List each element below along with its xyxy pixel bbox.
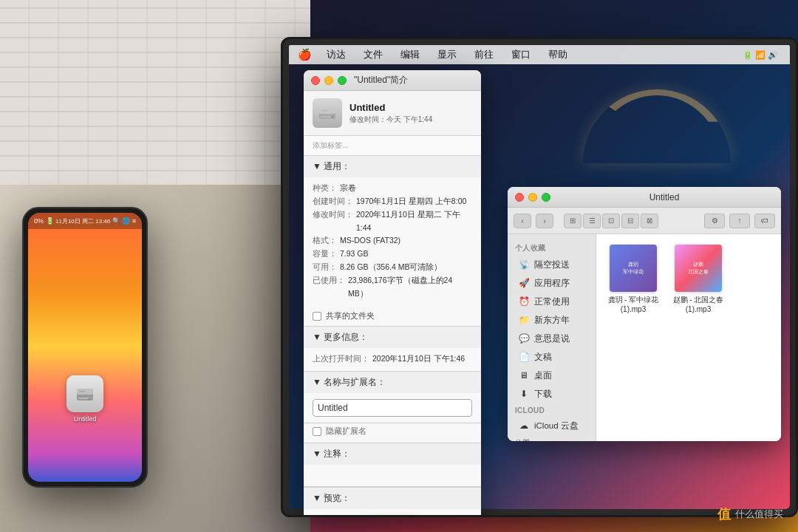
info-header-text: Untitled 修改时间：今天 下午1:44	[349, 102, 472, 125]
more-info-section: ▼ 更多信息： 上次打开时间： 2020年11月10日 下午1:46	[304, 327, 481, 372]
menubar: 🍎 访达 文件 编辑 显示 前往 窗口 帮助 🔋 📶 🔊	[289, 45, 790, 64]
sidebar-item-recents[interactable]: ⏰ 正常使用	[511, 293, 593, 310]
sidebar-label-downloads: 下载	[534, 389, 552, 400]
menu-go[interactable]: 前往	[471, 47, 497, 63]
sidebar-location-label: 位置	[508, 435, 596, 441]
info-window: "Untitled"简介 Untitled 修改时间：今天 下午1:44 添加标…	[304, 70, 481, 517]
svg-point-3	[89, 398, 91, 400]
svg-rect-9	[321, 110, 327, 112]
sidebar-item-documents[interactable]: 📄 文稿	[511, 348, 593, 366]
finder-icon-view[interactable]: ⊞	[564, 214, 582, 228]
sidebar-label-meaning: 意思是说	[534, 333, 570, 344]
finder-view-buttons: ⊞ ☰ ⊡ ⊟ ⊠	[564, 214, 658, 228]
comment-content[interactable]	[304, 465, 481, 487]
icloud-icon: ☁	[518, 420, 530, 432]
sidebar-item-meaning[interactable]: 💬 意思是说	[511, 330, 593, 347]
preview-section-label: ▼ 预览：	[313, 492, 350, 505]
sidebar-item-downloads[interactable]: ⬇ 下载	[511, 385, 593, 403]
general-section-header[interactable]: ▼ 通用：	[304, 156, 481, 177]
meaning-icon: 💬	[518, 332, 530, 344]
sidebar-item-neworiental[interactable]: 📁 新东方年	[511, 311, 593, 329]
sidebar-item-airdrop[interactable]: 📡 隔空投送	[511, 256, 593, 273]
finder-titlebar: Untitled	[508, 187, 781, 208]
finder-body: 个人收藏 📡 隔空投送 🚀 应用程序 ⏰ 正常使用 📁 新东方年	[508, 234, 781, 441]
maximize-button[interactable]	[338, 76, 347, 85]
info-header: Untitled 修改时间：今天 下午1:44	[304, 91, 481, 136]
file-item-2[interactable]: 赵鹏北国之春 赵鹏 - 北国之春 (1).mp3	[669, 242, 728, 317]
value-available: 8.26 GB（356.4 MB可清除）	[340, 261, 442, 274]
shared-folder-checkbox[interactable]	[313, 312, 321, 321]
file-label-1: 龚玥 - 军中绿花 (1).mp3	[607, 295, 660, 314]
menu-file[interactable]: 文件	[361, 47, 386, 63]
watermark-logo: 值	[717, 505, 731, 523]
sidebar-label-icloud: iCloud 云盘	[534, 420, 579, 432]
info-row-capacity: 容量： 7.93 GB	[313, 248, 472, 261]
airdrop-icon: 📡	[518, 259, 530, 270]
file-item-1[interactable]: 龚玥军中绿花 龚玥 - 军中绿花 (1).mp3	[604, 242, 663, 317]
preview-content	[304, 509, 481, 517]
sidebar-item-apps[interactable]: 🚀 应用程序	[511, 274, 593, 292]
comment-section: ▼ 注释：	[304, 443, 481, 488]
info-row-last-opened: 上次打开时间： 2020年11月10日 下午1:46	[313, 352, 472, 366]
watermark-text: 什么值得买	[735, 508, 783, 521]
finder-forward-button[interactable]: ›	[536, 214, 553, 228]
sidebar-favorites-label: 个人收藏	[508, 240, 596, 255]
value-used: 23,986,176字节（磁盘上的24 MB）	[348, 274, 472, 301]
macbook-display: 🍎 访达 文件 编辑 显示 前往 窗口 帮助 🔋 📶 🔊 "Untitled"简…	[281, 37, 798, 517]
finder-back-button[interactable]: ‹	[514, 214, 531, 228]
info-modified-time: 修改时间：今天 下午1:44	[349, 115, 472, 125]
comment-section-header[interactable]: ▼ 注释：	[304, 443, 481, 465]
sidebar-item-icloud[interactable]: ☁ iCloud 云盘	[511, 417, 593, 434]
finder-window-title: Untitled	[649, 192, 680, 202]
finder-column-view[interactable]: ⊡	[602, 214, 620, 228]
watermark: 值 什么值得买	[717, 505, 783, 523]
value-last-opened: 2020年11月10日 下午1:46	[372, 352, 465, 366]
hdd-icon-svg	[74, 383, 96, 405]
album-art-2: 赵鹏北国之春	[675, 245, 722, 292]
value-capacity: 7.93 GB	[340, 248, 369, 261]
filename-input[interactable]	[313, 399, 472, 417]
menu-edit[interactable]: 编辑	[398, 47, 423, 63]
menu-help[interactable]: 帮助	[545, 47, 570, 63]
svg-rect-4	[79, 391, 85, 392]
info-titlebar: "Untitled"简介	[304, 70, 481, 91]
finder-share-button[interactable]: ↑	[729, 214, 750, 228]
name-section-header[interactable]: ▼ 名称与扩展名：	[304, 372, 481, 393]
finder-gallery-view[interactable]: ⊟	[621, 214, 639, 228]
info-window-title: "Untitled"简介	[354, 74, 408, 86]
finder-list-view[interactable]: ☰	[583, 214, 601, 228]
menu-view[interactable]: 显示	[434, 47, 460, 63]
rainbow-decoration	[583, 89, 731, 163]
hide-ext-checkbox[interactable]	[313, 427, 321, 436]
preview-section-header[interactable]: ▼ 预览：	[304, 488, 481, 509]
finder-tag-button[interactable]: 🏷	[754, 214, 775, 228]
finder-close-button[interactable]	[515, 193, 524, 202]
info-row-used: 已使用： 23,986,176字节（磁盘上的24 MB）	[313, 274, 472, 301]
minimize-button[interactable]	[324, 76, 333, 85]
recents-icon: ⏰	[518, 296, 530, 307]
apple-menu-icon[interactable]: 🍎	[298, 48, 312, 61]
value-format: MS-DOS (FAT32)	[340, 234, 400, 248]
value-created: 1970年1月1日 星期四 上午8:00	[356, 195, 466, 208]
desktop-icon: 🖥	[518, 369, 530, 381]
sidebar-label-airdrop: 隔空投送	[534, 259, 570, 270]
file-label-2: 赵鹏 - 北国之春 (1).mp3	[672, 295, 725, 314]
svg-point-8	[332, 116, 334, 118]
iphone-icon-label: Untitled	[66, 415, 103, 423]
info-tag-area[interactable]: 添加标签...	[304, 136, 481, 156]
iphone-datetime: 11月10日 周二 13:46	[55, 217, 110, 225]
sidebar-item-desktop[interactable]: 🖥 桌面	[511, 366, 593, 384]
menu-window[interactable]: 窗口	[508, 47, 533, 63]
hide-ext-label: 隐藏扩展名	[326, 426, 366, 437]
finder-coverflow-view[interactable]: ⊠	[641, 214, 658, 228]
info-row-created: 创建时间： 1970年1月1日 星期四 上午8:00	[313, 195, 472, 208]
menu-finder[interactable]: 访达	[324, 47, 349, 63]
finder-minimize-button[interactable]	[528, 193, 537, 202]
iphone-hdd-icon-graphic	[66, 375, 103, 412]
more-info-header[interactable]: ▼ 更多信息：	[304, 327, 481, 348]
close-button[interactable]	[311, 76, 320, 85]
finder-action-button[interactable]: ⚙	[704, 214, 725, 228]
iphone-desktop-icon[interactable]: Untitled	[66, 375, 103, 423]
finder-sidebar: 个人收藏 📡 隔空投送 🚀 应用程序 ⏰ 正常使用 📁 新东方年	[508, 234, 596, 441]
finder-maximize-button[interactable]	[542, 193, 550, 202]
